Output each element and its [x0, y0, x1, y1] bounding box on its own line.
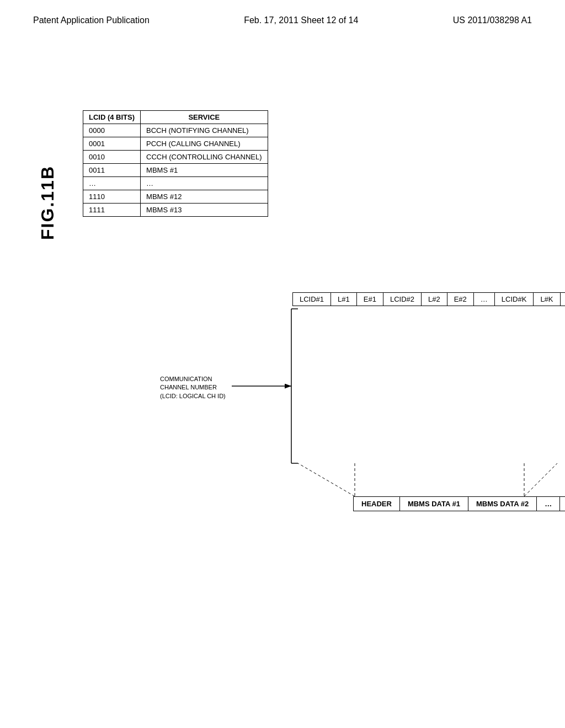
- svg-line-5: [524, 463, 557, 496]
- lcid2-cell: LCID#2: [383, 293, 421, 306]
- table-row: …: [141, 177, 268, 190]
- svg-line-4: [298, 463, 355, 496]
- lcid-service-table: LCID (4 BITS) SERVICE 0000 BCCH (NOTIFYI…: [83, 110, 268, 217]
- lcidk-cell: LCID#K: [494, 293, 534, 306]
- figure-label: FIG.11B: [38, 165, 58, 240]
- service-col-header: SERVICE: [141, 111, 268, 124]
- table-row: …: [83, 177, 141, 190]
- comm-line2: CHANNEL NUMBER: [160, 384, 217, 390]
- comm-line3: (LCID: LOGICAL CH ID): [160, 393, 226, 399]
- comm-line1: COMMUNICATION: [160, 376, 212, 382]
- table-row: 0001: [83, 137, 141, 151]
- mbms-data1-col: MBMS DATA #1: [399, 497, 468, 511]
- header-right: US 2011/038298 A1: [453, 15, 532, 25]
- table-row: MBMS #1: [141, 164, 268, 177]
- dots-col: …: [537, 497, 560, 511]
- comm-channel-label: COMMUNICATION CHANNEL NUMBER (LCID: LOGI…: [160, 375, 226, 400]
- data-table: HEADER MBMS DATA #1 MBMS DATA #2 … MBMS …: [353, 496, 565, 511]
- ek-cell: E#K: [560, 293, 565, 306]
- header-left: Patent Application Publication: [33, 15, 150, 25]
- header-center: Feb. 17, 2011 Sheet 12 of 14: [244, 15, 358, 25]
- mbms-data2-col: MBMS DATA #2: [468, 497, 537, 511]
- connector-lines: [0, 0, 565, 728]
- lcid-col-header: LCID (4 BITS): [83, 111, 141, 124]
- lk-cell: L#K: [534, 293, 560, 306]
- l2-cell: L#2: [422, 293, 447, 306]
- page-header: Patent Application Publication Feb. 17, …: [0, 0, 565, 25]
- table-row: 0010: [83, 151, 141, 164]
- table-row: 0011: [83, 164, 141, 177]
- dots-cell: …: [473, 293, 494, 306]
- e2-cell: E#2: [447, 293, 473, 306]
- e1-cell: E#1: [356, 293, 383, 306]
- header-col: HEADER: [354, 497, 400, 511]
- table-row: MBMS #13: [141, 204, 268, 217]
- table-row: BCCH (NOTIFYING CHANNEL): [141, 124, 268, 137]
- channel-header-table: LCID#1 L#1 E#1 LCID#2 L#2 E#2 … LCID#K L…: [292, 292, 565, 306]
- table-row: 0000: [83, 124, 141, 137]
- table-row: 1111: [83, 204, 141, 217]
- lcid1-cell: LCID#1: [293, 293, 331, 306]
- mbms-datak-col: MBMS DATA #K: [560, 497, 565, 511]
- l1-cell: L#1: [331, 293, 357, 306]
- table-row: 1110: [83, 190, 141, 204]
- table-row: MBMS #12: [141, 190, 268, 204]
- table-row: CCCH (CONTROLLING CHANNEL): [141, 151, 268, 164]
- table-row: PCCH (CALLING CHANNEL): [141, 137, 268, 151]
